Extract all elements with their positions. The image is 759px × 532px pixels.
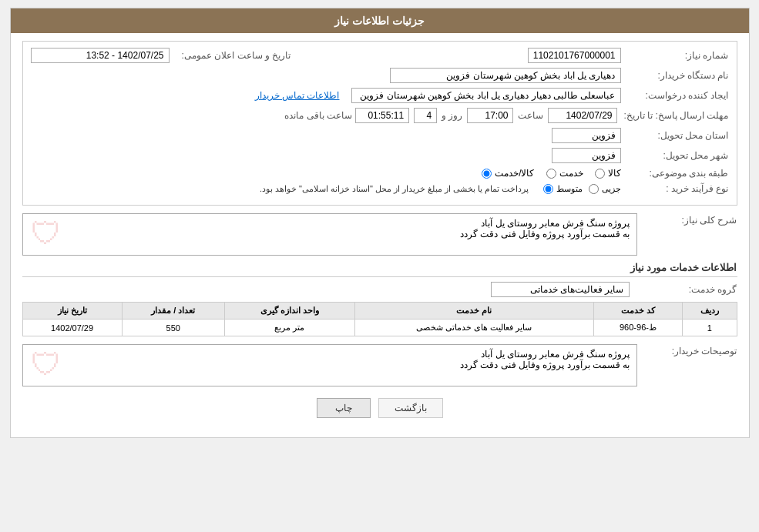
jazee-label: جزیی bbox=[602, 184, 621, 194]
kala-label: کالا bbox=[608, 168, 621, 179]
radio-motavasset: متوسط bbox=[543, 184, 583, 194]
radio-jazee: جزیی bbox=[589, 184, 621, 194]
radio-kala-khadamat: کالا/خدمت bbox=[482, 168, 534, 179]
back-button[interactable]: بازگشت bbox=[378, 398, 443, 418]
tarikh-value: 1402/07/25 - 13:52 bbox=[31, 48, 170, 63]
saat-label: ساعت bbox=[518, 110, 543, 121]
motavasset-label: متوسط bbox=[556, 184, 583, 194]
watermark-icon: 🛡 bbox=[31, 216, 62, 251]
rooz-label: روز و bbox=[442, 110, 462, 121]
services-title: اطلاعات خدمات مورد نیاز bbox=[22, 262, 737, 277]
ijad-label: ایجاد کننده درخواست: bbox=[621, 90, 729, 101]
row-namdastgah: نام دستگاه خریدار: دهیاری یل اباد بخش کو… bbox=[31, 68, 729, 83]
sharh-koli-text2: به قسمت برآورد پروژه وفایل فنی دقت گردد bbox=[29, 229, 630, 239]
tarikh-label: تاریخ و ساعت اعلان عمومی: bbox=[176, 50, 291, 61]
row-noe-farayand: نوع فرآیند خرید : جزیی متوسط پرداخت تمام… bbox=[31, 183, 729, 194]
tosifat-box: پروژه سنگ فرش معابر روستای یل آباد به قس… bbox=[22, 344, 637, 386]
col-radif: ردیف bbox=[683, 303, 737, 320]
table-header-row: ردیف کد خدمت نام خدمت واحد اندازه گیری ت… bbox=[22, 303, 737, 320]
namdastgah-label: نام دستگاه خریدار: bbox=[621, 70, 729, 81]
print-button[interactable]: چاپ bbox=[317, 398, 371, 418]
mohlat-label: مهلت ارسال پاسخ: تا تاریخ: bbox=[617, 110, 728, 121]
col-kod: کد خدمت bbox=[593, 303, 683, 320]
tabaqe-label: طبقه بندی موضوعی: bbox=[621, 168, 729, 179]
row-tabaqe: طبقه بندی موضوعی: کالا خدمت کالا/خدمت bbox=[31, 168, 729, 179]
services-table: ردیف کد خدمت نام خدمت واحد اندازه گیری ت… bbox=[22, 302, 737, 336]
purchase-type-group: جزیی متوسط پرداخت تمام یا بخشی از مبلغ خ… bbox=[260, 184, 621, 194]
row-shahr: شهر محل تحویل: فزوین bbox=[31, 148, 729, 163]
page-container: جزئیات اطلاعات نیاز شماره نیاز: 11021017… bbox=[10, 8, 750, 438]
shomare-label: شماره نیاز: bbox=[621, 50, 729, 61]
radio-kala: کالا bbox=[595, 168, 621, 179]
radio-khadamat-input[interactable] bbox=[546, 169, 556, 179]
radio-khadamat: خدمت bbox=[546, 168, 583, 179]
radio-jazee-input[interactable] bbox=[589, 184, 599, 194]
kala-khadamat-label: کالا/خدمت bbox=[495, 168, 534, 179]
row-grohe-khadamat: گروه خدمت: سایر فعالیت‌های خدماتی bbox=[22, 282, 737, 297]
row-sharh-koli: شرح کلی نیاز: پروژه سنگ فرش معابر روستای… bbox=[22, 213, 737, 256]
col-tedad: تعداد / مقدار bbox=[122, 303, 224, 320]
row-ostan: استان محل تحویل: فزوین bbox=[31, 128, 729, 143]
bottom-buttons: بازگشت چاپ bbox=[22, 398, 737, 430]
tabaqe-radios: کالا خدمت کالا/خدمت bbox=[31, 168, 621, 179]
cell-vahed: متر مربع bbox=[224, 320, 354, 336]
mohlat-rooz: 4 bbox=[414, 108, 437, 123]
mohlat-mande: 01:55:11 bbox=[355, 108, 409, 123]
mande-label: ساعت باقی مانده bbox=[284, 110, 352, 121]
grohe-khadamat-value: سایر فعالیت‌های خدماتی bbox=[491, 282, 630, 297]
shahr-label: شهر محل تحویل: bbox=[621, 150, 729, 161]
mohlat-date: 1402/07/29 bbox=[548, 108, 617, 123]
namdastgah-value: دهیاری یل اباد بخش کوهین شهرستان فزوین bbox=[390, 68, 621, 83]
shomare-value: 1102101767000001 bbox=[528, 48, 621, 63]
noe-farayand-label: نوع فرآیند خرید : bbox=[621, 183, 729, 194]
radio-kala-input[interactable] bbox=[595, 169, 605, 179]
cell-tedad: 550 bbox=[122, 320, 224, 336]
ettelaat-link[interactable]: اطلاعات تماس خریدار bbox=[255, 90, 340, 101]
page-title: جزئیات اطلاعات نیاز bbox=[334, 15, 425, 27]
tosifat-label: توصیحات خریدار: bbox=[637, 344, 737, 359]
tosifat-text2: به قسمت برآورد پروژه وفایل فنی دقت گردد bbox=[29, 360, 630, 370]
shahr-value: فزوین bbox=[552, 148, 621, 163]
grohe-khadamat-label: گروه خدمت: bbox=[630, 284, 737, 295]
cell-kod: ط-96-960 bbox=[593, 320, 683, 336]
ijad-value: عباسعلی طالبی دهیار دهیاری یل اباد بخش ک… bbox=[351, 88, 621, 103]
info-section: شماره نیاز: 1102101767000001 تاریخ و ساع… bbox=[22, 41, 737, 206]
row-ijad: ایجاد کننده درخواست: عباسعلی طالبی دهیار… bbox=[31, 88, 729, 103]
col-tarikh: تاریخ نیاز bbox=[22, 303, 122, 320]
khadamat-label: خدمت bbox=[559, 168, 583, 179]
table-row: 1 ط-96-960 سایر فعالیت های خدماتی شخصی م… bbox=[22, 320, 737, 336]
radio-motavasset-input[interactable] bbox=[543, 184, 553, 194]
cell-radif: 1 bbox=[683, 320, 737, 336]
radio-kala-khadamat-input[interactable] bbox=[482, 169, 492, 179]
sharh-koli-text1: پروژه سنگ فرش معابر روستای یل آباد bbox=[29, 218, 630, 229]
sharh-koli-box: پروژه سنگ فرش معابر روستای یل آباد به قس… bbox=[22, 213, 637, 256]
ostan-label: استان محل تحویل: bbox=[621, 130, 729, 141]
row-shomare: شماره نیاز: 1102101767000001 تاریخ و ساع… bbox=[31, 48, 729, 63]
watermark-icon2: 🛡 bbox=[31, 347, 62, 382]
mohlat-saat: 17:00 bbox=[467, 108, 513, 123]
row-mohlat: مهلت ارسال پاسخ: تا تاریخ: 1402/07/29 سا… bbox=[31, 108, 729, 123]
farayand-note: پرداخت تمام یا بخشی از مبلغ خریدار از مح… bbox=[260, 184, 529, 194]
tosifat-text1: پروژه سنگ فرش معابر روستای یل آباد bbox=[29, 349, 630, 360]
cell-nam: سایر فعالیت های خدماتی شخصی bbox=[354, 320, 593, 336]
col-nam: نام خدمت bbox=[354, 303, 593, 320]
cell-tarikh: 1402/07/29 bbox=[22, 320, 122, 336]
col-vahed: واحد اندازه گیری bbox=[224, 303, 354, 320]
row-tosifat: توصیحات خریدار: پروژه سنگ فرش معابر روست… bbox=[22, 344, 737, 386]
content-area: شماره نیاز: 1102101767000001 تاریخ و ساع… bbox=[11, 33, 749, 437]
sharh-koli-label: شرح کلی نیاز: bbox=[637, 213, 737, 228]
ostan-value: فزوین bbox=[552, 128, 621, 143]
page-header: جزئیات اطلاعات نیاز bbox=[11, 8, 749, 33]
